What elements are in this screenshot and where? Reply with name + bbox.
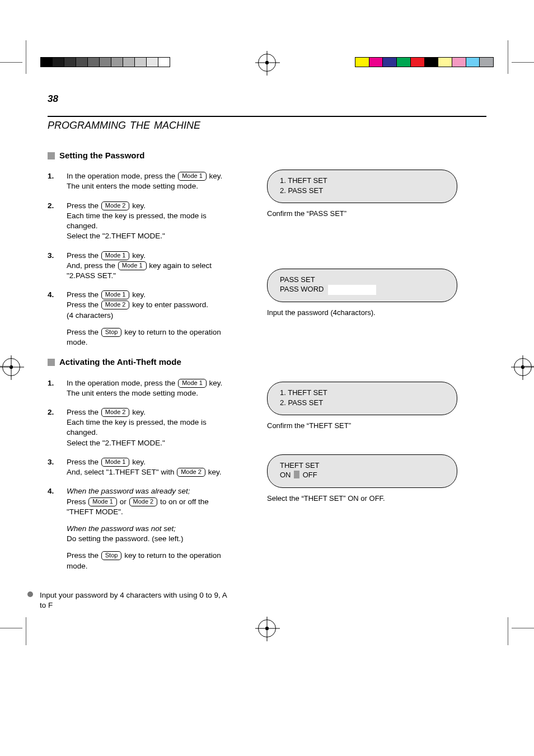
- lcd-line: 1. THEFT SET: [280, 176, 444, 186]
- lcd-line: PASS WORD: [280, 284, 444, 295]
- lcd-cursor-icon: [294, 471, 299, 478]
- print-registration-header: [0, 57, 534, 79]
- step-note: Select the "2.THEFT MODE.": [67, 438, 232, 448]
- circle-bullet-icon: [27, 591, 33, 597]
- lcd-password-field: [328, 285, 376, 295]
- crop-mark: [0, 628, 22, 628]
- step-note: When the password was not set;: [67, 524, 232, 534]
- key-stop: Stop: [101, 328, 122, 337]
- step-note: Each time the key is pressed, the mode i…: [67, 211, 232, 231]
- key-mode1: Mode 1: [101, 251, 130, 260]
- lcd-line: 1. THEFT SET: [280, 388, 444, 398]
- crop-mark: [0, 62, 22, 63]
- step-item: In the operation mode, press the Mode 1 …: [48, 171, 232, 191]
- step-note: The unit enters the mode setting mode.: [67, 181, 232, 191]
- lcd-line: 2. PASS SET: [280, 398, 444, 408]
- key-stop: Stop: [101, 551, 122, 560]
- step-item: Press the Mode 2 key. Each time the key …: [48, 201, 232, 242]
- lcd-caption: Confirm the “PASS SET”: [267, 209, 457, 219]
- step-note: (4 characters): [67, 311, 232, 321]
- steps-list: In the operation mode, press the Mode 1 …: [48, 171, 232, 321]
- crop-mark: [508, 40, 508, 74]
- step-item: In the operation mode, press the Mode 1 …: [48, 378, 232, 398]
- lcd-line: PASS SET: [280, 275, 444, 285]
- step-note: Do setting the password. (see left.): [67, 534, 232, 544]
- square-bullet-icon: [48, 359, 55, 366]
- footnote-text: Input your password by 4 characters with…: [40, 591, 227, 609]
- crop-mark: [26, 617, 26, 645]
- lcd-display: PASS SET PASS WORD: [267, 269, 457, 302]
- key-mode1: Mode 1: [178, 379, 207, 388]
- key-mode1: Mode 1: [101, 290, 130, 299]
- step-subtitle: When the password was already set;: [67, 487, 190, 495]
- lcd-line: 2. PASS SET: [280, 186, 444, 196]
- step-note: Select the "2.THEFT MODE.": [67, 231, 232, 241]
- heading-rule: [48, 116, 486, 117]
- crop-mark: [0, 366, 11, 367]
- step-item: Press the Mode 1 key. Press the Mode 2 k…: [48, 290, 232, 321]
- color-calibration-strip: [355, 57, 494, 67]
- step-item: Press the Mode 1 key. And, press the Mod…: [48, 251, 232, 281]
- registration-target-icon: [258, 54, 276, 72]
- step-note: Each time the key is pressed, the mode i…: [67, 417, 232, 438]
- step-item: When the password was already set; Press…: [48, 486, 232, 544]
- left-column: Setting the Password In the operation mo…: [48, 150, 232, 611]
- key-mode2: Mode 2: [177, 468, 205, 477]
- subsection-title: Setting the Password: [59, 150, 145, 161]
- print-registration-footer: [0, 623, 534, 645]
- lcd-caption: Input the password (4charactors).: [267, 308, 457, 318]
- grayscale-calibration-strip: [40, 57, 170, 67]
- key-mode1: Mode 1: [101, 458, 130, 467]
- steps-list: In the operation mode, press the Mode 1 …: [48, 378, 232, 544]
- lcd-caption: Confirm the “THEFT SET”: [267, 421, 457, 431]
- crop-mark: [508, 617, 508, 645]
- exit-instruction: Press the Stop key to return to the oper…: [67, 327, 232, 348]
- key-mode1: Mode 1: [118, 261, 147, 270]
- subsection-heading: Setting the Password: [48, 150, 232, 161]
- key-mode2: Mode 2: [101, 300, 130, 309]
- key-mode1: Mode 1: [88, 497, 117, 506]
- right-column: 1. THEFT SET 2. PASS SET Confirm the “PA…: [267, 150, 457, 611]
- key-mode2: Mode 2: [129, 497, 158, 506]
- subsection-title: Activating the Anti-Theft mode: [59, 356, 181, 368]
- key-mode1: Mode 1: [178, 172, 207, 181]
- step-note: Press the Mode 2 key to enter password.: [67, 300, 232, 310]
- step-note: The unit enters the mode setting mode.: [67, 388, 232, 398]
- lcd-display: 1. THEFT SET 2. PASS SET: [267, 382, 457, 415]
- page-body: 38 PROGRAMMING THE MACHINE Setting the P…: [48, 85, 486, 611]
- lcd-line: THEFT SET: [280, 461, 444, 471]
- exit-instruction: Press the Stop key to return to the oper…: [67, 551, 232, 571]
- lcd-caption: Select the “THEFT SET” ON or OFF.: [267, 494, 457, 504]
- footnote: Input your password by 4 characters with…: [27, 590, 232, 611]
- lcd-line: ON OFF: [280, 470, 444, 480]
- lcd-display: 1. THEFT SET 2. PASS SET: [267, 170, 457, 203]
- key-mode2: Mode 2: [101, 201, 130, 210]
- step-item: Press the Mode 2 key. Each time the key …: [48, 407, 232, 448]
- page-number: 38: [48, 93, 58, 106]
- crop-mark: [523, 366, 534, 367]
- registration-target-icon: [2, 358, 20, 376]
- square-bullet-icon: [48, 152, 55, 159]
- crop-mark: [512, 628, 534, 628]
- step-item: Press the Mode 1 key. And, select "1.THE…: [48, 457, 232, 477]
- step-note: And, press the Mode 1 key again to selec…: [67, 261, 232, 281]
- registration-target-icon: [258, 619, 276, 637]
- registration-target-icon: [514, 358, 532, 376]
- subsection-heading: Activating the Anti-Theft mode: [48, 356, 232, 368]
- crop-mark: [512, 62, 534, 63]
- section-title: PROGRAMMING THE MACHINE: [48, 119, 200, 132]
- step-note: And, select "1.THEFT SET" with Mode 2 ke…: [67, 467, 232, 477]
- key-mode2: Mode 2: [101, 408, 130, 417]
- step-note: Press Mode 1 or Mode 2 to on or off the …: [67, 497, 232, 517]
- crop-mark: [26, 40, 26, 74]
- lcd-display: THEFT SET ON OFF: [267, 454, 457, 488]
